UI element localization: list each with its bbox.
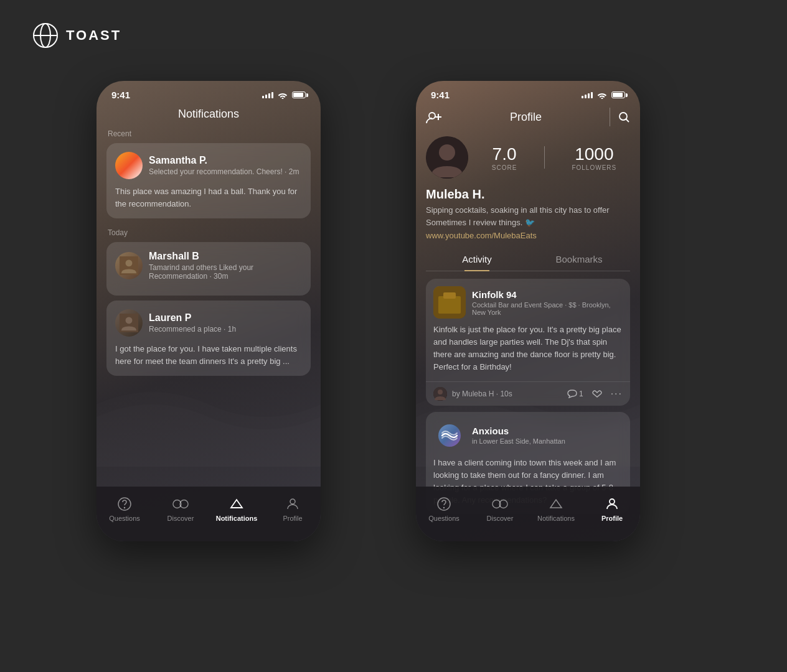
svg-point-24 xyxy=(438,390,443,394)
add-friend-button[interactable] xyxy=(426,110,442,124)
anxious-name: Anxious xyxy=(472,426,623,436)
signal-icon-left xyxy=(262,92,273,98)
profile-name: Muleba H. xyxy=(426,187,630,202)
profile-avatar xyxy=(426,136,468,179)
stats-divider xyxy=(544,146,545,169)
tab-profile-label-left: Profile xyxy=(283,515,302,522)
kinfolk-sub: Cocktail Bar and Event Space · $$ · Broo… xyxy=(472,301,623,316)
content-tabs: Activity Bookmarks xyxy=(426,248,630,271)
tab-questions-right[interactable]: Questions xyxy=(416,496,472,522)
tab-questions-label-right: Questions xyxy=(428,515,459,522)
status-time-right: 9:41 xyxy=(431,90,450,100)
notifications-title: Notifications xyxy=(97,105,321,129)
section-today-label: Today xyxy=(106,228,311,237)
notif-lauren-card[interactable]: Lauren P Recommened a place · 1h I got t… xyxy=(106,301,311,376)
stats-group: 7.0 SCORE 1000 FOLLOWERS xyxy=(478,144,630,171)
profile-title: Profile xyxy=(442,111,610,124)
tab-questions-left[interactable]: Questions xyxy=(97,496,153,522)
score-value: 7.0 xyxy=(492,144,517,164)
tab-notifications-right[interactable]: Notifications xyxy=(528,496,584,522)
anxious-logo xyxy=(438,424,461,447)
notif-marshall-name: Marshall B xyxy=(149,251,302,262)
svg-point-8 xyxy=(125,508,125,508)
wifi-icon-left xyxy=(278,91,288,99)
profile-bio: Muleba H. Sipping cocktails, soaking in … xyxy=(416,187,640,248)
notif-samantha-info: Samantha P. Selected your recommendation… xyxy=(149,155,302,176)
svg-point-19 xyxy=(439,144,455,161)
tab-discover-left[interactable]: Discover xyxy=(153,496,209,522)
tab-profile-left[interactable]: Profile xyxy=(265,496,321,522)
notif-marshall-avatar xyxy=(115,252,143,279)
notif-samantha-body: This place was amazing I had a ball. Tha… xyxy=(115,185,302,210)
discover-icon-right xyxy=(492,496,508,512)
notifications-content: Recent Samantha P. Selected your recomme… xyxy=(97,129,321,376)
tab-discover-label-left: Discover xyxy=(167,515,194,522)
status-bar-right: 9:41 xyxy=(416,81,640,105)
tab-notifications-left[interactable]: Notifications xyxy=(209,496,265,522)
notifications-icon-right xyxy=(548,496,564,512)
stat-followers: 1000 FOLLOWERS xyxy=(572,144,616,171)
tab-notifications-label-right: Notifications xyxy=(537,515,575,522)
svg-point-6 xyxy=(126,317,133,324)
notif-samantha-name: Samantha P. xyxy=(149,155,302,166)
score-label: SCORE xyxy=(492,164,517,171)
kinfolk-body: Kinfolk is just the place for you. It's … xyxy=(426,324,630,381)
status-icons-left xyxy=(262,91,306,99)
profile-icon-right xyxy=(604,496,620,512)
profile-phone: 9:41 xyxy=(416,81,640,541)
followers-value: 1000 xyxy=(572,144,616,164)
svg-rect-22 xyxy=(443,292,456,299)
status-icons-right xyxy=(582,91,625,99)
activity-card-kinfolk[interactable]: Kinfolk 94 Cocktail Bar and Event Space … xyxy=(426,279,630,406)
logo-area: TOAST xyxy=(32,22,121,49)
svg-point-26 xyxy=(444,508,445,508)
notif-marshall-card[interactable]: Marshall B Tamarind and others Liked you… xyxy=(106,242,311,296)
tab-profile-right[interactable]: Profile xyxy=(584,496,640,522)
reply-button-kinfolk[interactable]: 1 xyxy=(567,390,583,398)
kinfolk-footer: by Muleba H · 10s 1 xyxy=(426,381,630,406)
notif-lauren-avatar xyxy=(115,309,143,337)
like-button-kinfolk[interactable] xyxy=(592,390,602,398)
kinfolk-name: Kinfolk 94 xyxy=(472,289,623,300)
followers-label: FOLLOWERS xyxy=(572,164,616,171)
reply-count-kinfolk: 1 xyxy=(579,390,583,398)
tab-notifications-label-left: Notifications xyxy=(216,515,258,522)
svg-marker-29 xyxy=(550,500,562,508)
svg-line-17 xyxy=(626,119,629,123)
notifications-screen: 9:41 Notifications xyxy=(97,81,321,541)
toast-logo-icon xyxy=(32,22,59,49)
profile-stats: 7.0 SCORE 1000 FOLLOWERS xyxy=(416,133,640,187)
status-time-left: 9:41 xyxy=(111,90,130,100)
notif-lauren-name: Lauren P xyxy=(149,312,302,324)
battery-icon-left xyxy=(292,91,306,98)
tab-discover-right[interactable]: Discover xyxy=(472,496,528,522)
svg-point-4 xyxy=(126,259,133,266)
tab-activity[interactable]: Activity xyxy=(426,248,528,271)
header-divider xyxy=(610,108,610,126)
kinfolk-author: by Muleba H · 10s xyxy=(433,387,512,401)
notif-samantha-card[interactable]: Samantha P. Selected your recommendation… xyxy=(106,143,311,218)
profile-link[interactable]: www.youtube.com/MulebaEats xyxy=(426,231,630,240)
search-button[interactable] xyxy=(618,111,630,123)
notifications-icon-left xyxy=(229,496,245,512)
notif-marshall-info: Marshall B Tamarind and others Liked you… xyxy=(149,251,302,281)
profile-header-bar: Profile xyxy=(416,105,640,133)
svg-rect-21 xyxy=(438,296,461,314)
tab-questions-label-left: Questions xyxy=(109,515,140,522)
svg-point-12 xyxy=(290,499,295,504)
notif-lauren-sub: Recommened a place · 1h xyxy=(149,325,302,334)
tab-bar-right: Questions Discover Notifications xyxy=(416,487,640,541)
kinfolk-thumb xyxy=(433,286,466,319)
kinfolk-author-text: by Muleba H · 10s xyxy=(452,390,512,398)
notif-samantha-avatar xyxy=(115,152,143,179)
tab-bar-left: Questions Discover Notifications xyxy=(97,487,321,541)
kinfolk-header: Kinfolk 94 Cocktail Bar and Event Space … xyxy=(426,279,630,324)
more-button-kinfolk[interactable]: ··· xyxy=(611,388,623,399)
notifications-phone: 9:41 Notifications xyxy=(97,81,321,541)
questions-icon-right xyxy=(436,496,452,512)
svg-point-16 xyxy=(620,113,627,120)
tab-bookmarks[interactable]: Bookmarks xyxy=(528,248,630,271)
wifi-icon-right xyxy=(597,91,607,99)
notif-marshall-header: Marshall B Tamarind and others Liked you… xyxy=(115,251,302,281)
stat-score: 7.0 SCORE xyxy=(492,144,517,171)
